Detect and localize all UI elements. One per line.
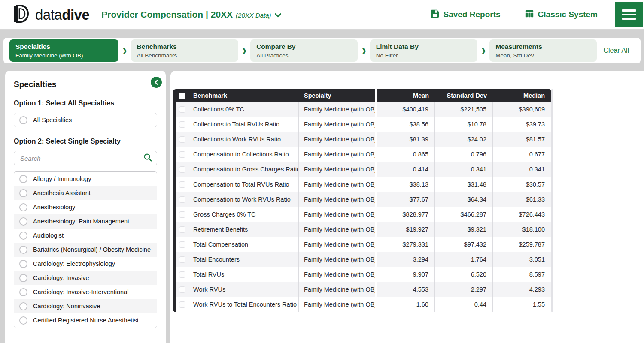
specialty-label: Allergy / Immunology (33, 175, 91, 183)
radio-button[interactable] (19, 217, 27, 226)
specialty-cell: Family Medicine (with OB) (299, 162, 375, 177)
row-select-cell (176, 147, 188, 162)
step-specialties[interactable]: Specialties Family Medicine (with OB) (9, 39, 118, 62)
specialty-list-item[interactable]: Cardiology: Invasive-Interventional (14, 285, 157, 299)
saved-reports-button[interactable]: Saved Reports (430, 9, 501, 21)
median-cell: $61.33 (493, 192, 551, 207)
search-input[interactable] (19, 154, 143, 162)
table-row: Compensation to Collections Ratio Family… (176, 147, 551, 162)
step-benchmarks[interactable]: Benchmarks All Benchmarks (131, 39, 238, 62)
report-title-dropdown[interactable]: Provider Compensation | 20XX (20XX Data) (101, 9, 281, 20)
column-header-specialty[interactable]: Specialty (299, 89, 375, 102)
clear-all-link[interactable]: Clear All (603, 47, 629, 54)
std-dev-cell: 0.341 (435, 162, 493, 177)
row-checkbox[interactable] (179, 181, 185, 188)
specialty-list-item[interactable]: Certified Registered Nurse Anesthetist (14, 313, 157, 328)
step-compare-by[interactable]: Compare By All Practices (250, 39, 358, 62)
row-select-cell (176, 162, 188, 177)
row-checkbox[interactable] (179, 196, 185, 203)
step-subtitle: All Practices (256, 52, 352, 59)
step-subtitle: Family Medicine (with OB) (15, 52, 112, 59)
std-dev-cell: 2,297 (435, 282, 493, 297)
row-checkbox[interactable] (179, 121, 185, 128)
row-checkbox[interactable] (179, 241, 185, 248)
row-checkbox[interactable] (179, 151, 185, 158)
row-checkbox[interactable] (179, 136, 185, 143)
row-checkbox[interactable] (179, 256, 185, 263)
radio-button[interactable] (19, 288, 27, 296)
row-checkbox[interactable] (179, 166, 185, 173)
radio-button[interactable] (19, 246, 27, 254)
radio-button[interactable] (19, 302, 27, 310)
table-scrollbar[interactable] (551, 89, 553, 312)
specialty-list-item[interactable]: Cardiology: Noninvasive (14, 299, 157, 313)
specialty-list: Allergy / Immunology Anesthesia Assistan… (14, 172, 157, 328)
specialty-list-item[interactable]: Anesthesiology (14, 200, 157, 214)
specialty-cell: Family Medicine (with OB) (299, 132, 375, 147)
std-dev-cell: 0.796 (435, 147, 493, 162)
specialty-list-item[interactable]: Allergy / Immunology (14, 172, 157, 186)
std-dev-cell: $466,287 (435, 207, 493, 222)
column-header-benchmark[interactable]: Benchmark (188, 89, 299, 102)
table-row: Collections 0% TC Family Medicine (with … (176, 102, 551, 117)
datadive-wordmark: datadive (35, 8, 89, 22)
search-icon[interactable] (143, 153, 152, 164)
specialty-cell: Family Medicine (with OB) (299, 177, 375, 192)
specialty-list-item[interactable]: Anesthesia Assistant (14, 186, 157, 200)
collapse-panel-button[interactable] (151, 77, 162, 88)
columns-icon (525, 9, 534, 21)
specialty-search-box (14, 151, 157, 165)
benchmark-cell: Work RVUs (188, 282, 299, 297)
step-limit-data-by[interactable]: Limit Data By No Filter (370, 39, 477, 62)
hamburger-menu-button[interactable] (615, 2, 643, 27)
specialty-label: Cardiology: Noninvasive (33, 302, 100, 310)
median-cell: 0.677 (493, 147, 551, 162)
table-row: Total RVUs Family Medicine (with OB) 9,9… (176, 267, 551, 282)
column-header-median[interactable]: Median (493, 89, 551, 102)
step-subtitle: All Benchmarks (137, 52, 232, 59)
specialty-list-item[interactable]: Audiologist (14, 229, 157, 243)
specialty-list-item[interactable]: Cardiology: Invasive (14, 271, 157, 285)
std-dev-cell: 1,764 (435, 252, 493, 267)
benchmark-cell: Collections 0% TC (188, 102, 299, 117)
specialty-list-item[interactable]: Bariatrics (Nonsurgical) / Obesity Medic… (14, 243, 157, 257)
row-checkbox[interactable] (179, 226, 185, 233)
all-specialties-option[interactable]: All Specialties (14, 113, 157, 127)
select-all-checkbox[interactable] (179, 93, 185, 99)
specialty-label: Cardiology: Invasive (33, 274, 89, 282)
table-row: Retirement Benefits Family Medicine (wit… (176, 222, 551, 237)
row-checkbox[interactable] (179, 286, 185, 293)
row-checkbox[interactable] (179, 106, 185, 113)
step-chevron-icon: ❯ (481, 47, 486, 54)
radio-button[interactable] (19, 274, 27, 282)
specialty-list-item[interactable]: Anesthesiology: Pain Management (14, 214, 157, 229)
classic-system-button[interactable]: Classic System (525, 9, 598, 21)
page-title: Provider Compensation | 20XX (101, 9, 233, 20)
row-select-cell (176, 117, 188, 132)
classic-system-label: Classic System (538, 10, 598, 19)
specialty-label: Anesthesia Assistant (33, 189, 91, 197)
radio-button[interactable] (19, 189, 27, 197)
specialty-label: Bariatrics (Nonsurgical) / Obesity Medic… (33, 246, 151, 254)
row-checkbox[interactable] (179, 271, 185, 278)
select-all-cell (176, 89, 188, 102)
radio-button[interactable] (19, 203, 27, 211)
radio-button[interactable] (19, 260, 27, 268)
option1-label: Option 1: Select All Specialties (14, 99, 157, 107)
column-header-mean[interactable]: Mean (377, 89, 435, 102)
row-select-cell (176, 282, 188, 297)
step-measurements[interactable]: Measurements Mean, Std Dev (489, 39, 597, 62)
benchmark-cell: Total RVUs (188, 267, 299, 282)
specialty-list-item[interactable]: Cardiology: Electrophysiology (14, 257, 157, 271)
step-title: Specialties (15, 43, 112, 51)
radio-button[interactable] (19, 116, 27, 124)
column-header-standard-dev[interactable]: Standard Dev (435, 89, 493, 102)
save-icon (430, 9, 440, 21)
median-cell: 8,597 (493, 267, 551, 282)
row-checkbox[interactable] (179, 301, 185, 308)
radio-button[interactable] (19, 316, 27, 325)
radio-button[interactable] (19, 175, 27, 183)
mean-cell: 3,294 (377, 252, 435, 267)
row-checkbox[interactable] (179, 211, 185, 218)
radio-button[interactable] (19, 232, 27, 240)
